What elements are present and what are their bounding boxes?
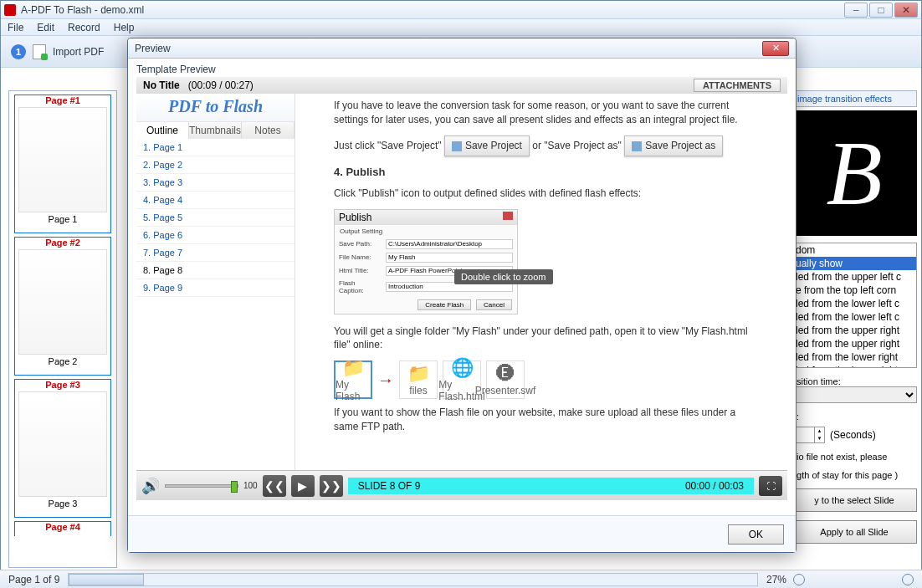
publish-field (386, 239, 513, 249)
attachments-button[interactable]: ATTACHMENTS (694, 79, 781, 92)
apply-select-slide-button[interactable]: y to the select Slide (791, 488, 917, 512)
thumb-footer: Page 1 (15, 214, 110, 224)
page-list-item[interactable]: 8. Page 8 (136, 262, 295, 279)
h-scrollbar[interactable] (68, 573, 758, 586)
folder-myflash-icon: 📁My Flash (334, 360, 372, 399)
player-next-button[interactable]: ❯❯ (320, 475, 343, 497)
thumb-2[interactable]: Page #2 Page 2 (14, 237, 111, 376)
doc-p2: Click "Publish" icon to output defined s… (334, 187, 749, 201)
player-bar: 🔊 100 ❮❮ ▶ ❯❯ SLIDE 8 OF 9 00:00 / 00:03… (136, 470, 787, 500)
template-preview-label: Template Preview (136, 64, 787, 75)
apply-all-slide-button[interactable]: Apply to all Slide (791, 520, 917, 544)
ok-button[interactable]: OK (728, 524, 784, 545)
dialog-title: Preview (135, 43, 762, 54)
player-play-button[interactable]: ▶ (291, 475, 315, 497)
arrow-icon: → (377, 371, 394, 390)
import-pdf-label[interactable]: Import PDF (53, 46, 104, 58)
effect-item[interactable]: e from the top left corn (792, 284, 916, 297)
outline-tabs: Outline Thumbnails Notes (136, 122, 295, 139)
page-list-item[interactable]: 3. Page 3 (136, 174, 295, 192)
effect-item[interactable]: led from the upper right (792, 324, 916, 337)
thumb-header: Page #3 (15, 380, 110, 390)
thumb-header: Page #2 (15, 238, 110, 248)
save-project-as-button[interactable]: Save Project as (624, 135, 723, 156)
publish-field (386, 253, 513, 263)
volume-icon[interactable]: 🔊 (141, 477, 160, 495)
window-title: A-PDF To Flash - demo.xml (21, 4, 844, 16)
thumb-preview (18, 391, 107, 497)
seconds-label: (Seconds) (830, 429, 876, 441)
tab-outline[interactable]: Outline (136, 122, 189, 139)
menu-record[interactable]: Record (68, 22, 100, 33)
maximize-button[interactable]: □ (869, 3, 893, 18)
doc-just: Just click "Save Project" (334, 139, 442, 151)
effects-panel: image transition effects B domually show… (791, 90, 917, 568)
import-pdf-icon[interactable] (33, 44, 46, 59)
effect-item[interactable]: led from the lower left c (792, 297, 916, 310)
volume-slider[interactable] (165, 484, 238, 488)
effect-sample: B (826, 120, 882, 227)
effect-item[interactable]: dom (792, 243, 916, 257)
menu-file[interactable]: File (8, 22, 23, 33)
minimize-button[interactable]: – (844, 3, 868, 18)
transition-select[interactable] (791, 386, 917, 403)
thumb-3[interactable]: Page #3 Page 3 (14, 379, 111, 518)
player-prev-button[interactable]: ❮❮ (263, 475, 286, 497)
effect-item[interactable]: led from the upper right (792, 337, 916, 350)
fullscreen-button[interactable]: ⛶ (759, 476, 782, 496)
create-flash-button: Create Flash (417, 299, 471, 310)
thumb-4[interactable]: Page #4 (14, 521, 111, 536)
effect-item[interactable]: led from the lower right (792, 364, 916, 368)
page-list-item[interactable]: 4. Page 4 (136, 192, 295, 209)
effect-item[interactable]: led from the lower right (792, 350, 916, 364)
cancel-button: Cancel (476, 299, 512, 310)
menu-edit[interactable]: Edit (37, 22, 54, 33)
volume-value: 100 (243, 481, 258, 490)
page-thumbnails-pane: Page #1 Page 1 Page #2 Page 2 Page #3 Pa… (8, 90, 117, 568)
publish-title: Publish (339, 212, 371, 223)
thumb-1[interactable]: Page #1 Page 1 (14, 95, 111, 233)
close-button[interactable]: ✕ (894, 3, 918, 18)
disk-icon (452, 141, 462, 151)
page-list-item[interactable]: 7. Page 7 (136, 244, 295, 262)
slide-time: 00:00 / 00:03 (685, 480, 744, 492)
dialog-close-button[interactable]: ✕ (762, 41, 789, 56)
thumb-header: Page #1 (15, 95, 110, 105)
dialog-titlebar: Preview ✕ (128, 38, 796, 59)
seconds-spinner[interactable]: ▲▼ (791, 427, 825, 443)
menubar: File Edit Record Help (1, 19, 921, 36)
page-list: 1. Page 12. Page 23. Page 34. Page 45. P… (136, 139, 295, 297)
tab-thumbnails[interactable]: Thumbnails (189, 122, 242, 139)
zoom-in-icon[interactable] (902, 574, 914, 585)
effect-item[interactable]: led from the upper left c (792, 270, 916, 284)
publish-section: Output Setting (335, 225, 517, 238)
page-list-item[interactable]: 1. Page 1 (136, 139, 295, 156)
doc-or: or "Save Project as" (532, 139, 622, 151)
progress-bar[interactable]: SLIDE 8 OF 9 00:00 / 00:03 (348, 478, 754, 494)
preview-time: (00:09 / 00:27) (188, 79, 254, 91)
menu-help[interactable]: Help (114, 22, 135, 33)
thumb-preview (18, 107, 107, 212)
effects-header: image transition effects (791, 90, 917, 107)
disk-icon (632, 141, 642, 151)
zoom-out-icon[interactable] (793, 574, 805, 585)
outline-panel: PDF to Flash Outline Thumbnails Notes 1.… (136, 94, 295, 470)
close-icon (503, 212, 513, 220)
effect-item[interactable]: led from the lower left c (792, 310, 916, 324)
note-1: dio file not exist, please (791, 452, 917, 462)
thumb-footer: Page 2 (15, 356, 110, 366)
slide-counter: SLIDE 8 OF 9 (358, 480, 421, 492)
doc-p3: You will get a single folder "My Flash" … (334, 325, 749, 353)
tab-notes[interactable]: Notes (242, 122, 295, 139)
swf-file-icon: 🅔Presenter.swf (486, 360, 525, 399)
page-list-item[interactable]: 6. Page 6 (136, 227, 295, 244)
effect-item[interactable]: ually show (792, 257, 916, 270)
page-list-item[interactable]: 5. Page 5 (136, 209, 295, 227)
page-list-item[interactable]: 2. Page 2 (136, 156, 295, 174)
thumb-footer: Page 3 (15, 499, 110, 509)
page-list-item[interactable]: 9. Page 9 (136, 279, 295, 297)
effects-list[interactable]: domually showled from the upper left ce … (791, 243, 917, 368)
save-project-button[interactable]: Save Project (444, 135, 530, 156)
publish-dialog-image: Publish Output Setting Save Path:File Na… (334, 209, 518, 314)
note-2: ngth of stay for this page ) (791, 470, 917, 480)
